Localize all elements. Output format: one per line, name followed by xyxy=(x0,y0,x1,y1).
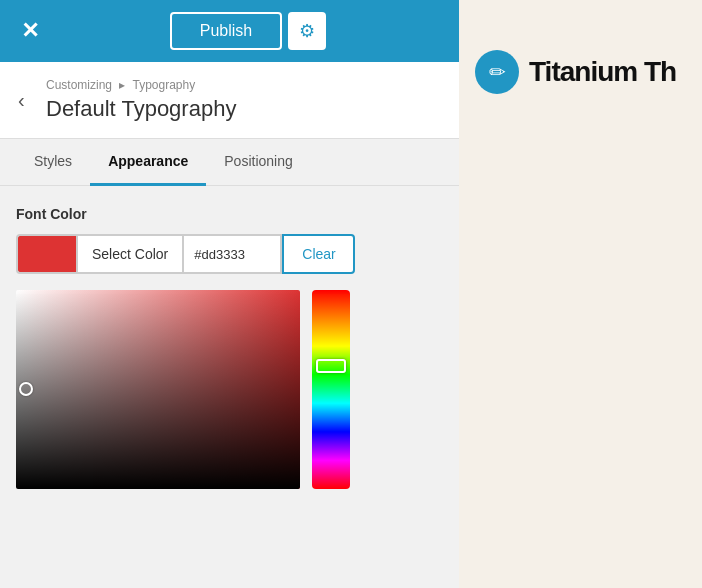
gear-icon: ⚙ xyxy=(299,20,315,42)
gear-button[interactable]: ⚙ xyxy=(288,12,326,50)
logo-icon: ✏ xyxy=(475,50,519,94)
select-color-button[interactable]: Select Color xyxy=(76,234,182,274)
top-bar: ✕ Publish ⚙ xyxy=(0,0,459,62)
page-title: Default Typography xyxy=(46,96,439,122)
picker-handle[interactable] xyxy=(19,382,33,396)
font-color-label: Font Color xyxy=(16,206,443,222)
publish-button[interactable]: Publish xyxy=(170,12,282,50)
tab-styles[interactable]: Styles xyxy=(16,139,90,186)
breadcrumb-current: Typography xyxy=(133,78,196,92)
hue-handle[interactable] xyxy=(316,359,346,373)
breadcrumb-arrow: ▸ xyxy=(119,78,125,92)
breadcrumb: Customizing ▸ Typography xyxy=(46,78,439,92)
top-bar-center: Publish ⚙ xyxy=(48,12,447,50)
site-logo: ✏ Titanium Th xyxy=(475,50,676,94)
hue-slider[interactable] xyxy=(312,290,350,489)
breadcrumb-section: ‹ Customizing ▸ Typography Default Typog… xyxy=(0,62,459,139)
content-area: Font Color Select Color Clear xyxy=(0,186,459,588)
hue-track xyxy=(312,290,350,489)
clear-button[interactable]: Clear xyxy=(282,234,354,274)
right-panel: ✏ Titanium Th xyxy=(459,0,702,588)
gradient-dark xyxy=(16,290,300,489)
tab-appearance[interactable]: Appearance xyxy=(90,139,206,186)
close-button[interactable]: ✕ xyxy=(12,13,48,49)
left-panel: ✕ Publish ⚙ ‹ Customizing ▸ Typography D… xyxy=(0,0,459,588)
breadcrumb-parent: Customizing xyxy=(46,78,112,92)
tabs-container: Styles Appearance Positioning xyxy=(0,139,459,186)
color-row: Select Color Clear xyxy=(16,234,443,274)
color-picker-container xyxy=(16,290,443,489)
tab-positioning[interactable]: Positioning xyxy=(206,139,311,186)
hex-input[interactable] xyxy=(182,234,282,274)
site-name: Titanium Th xyxy=(529,56,676,88)
back-button[interactable]: ‹ xyxy=(10,85,33,116)
gradient-canvas[interactable] xyxy=(16,290,300,489)
color-preview-button[interactable] xyxy=(16,234,76,274)
